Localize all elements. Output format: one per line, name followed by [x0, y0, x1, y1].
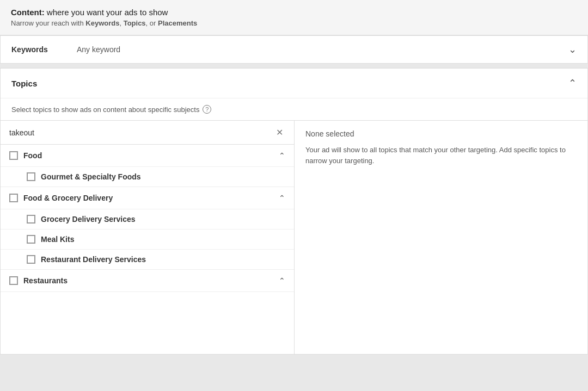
topics-header[interactable]: Topics ⌃	[1, 69, 587, 98]
clear-search-icon[interactable]: ✕	[274, 126, 285, 139]
header-title-prefix: Content:	[11, 8, 45, 17]
header-subtitle: Narrow your reach with Keywords, Topics,…	[11, 19, 577, 27]
search-bar: ✕	[1, 121, 294, 145]
page-wrapper: Content: where you want your ads to show…	[0, 0, 588, 391]
topic-parent-restaurants[interactable]: Restaurants ⌃	[1, 270, 294, 291]
subtitle-comma2: , or	[146, 19, 158, 27]
topics-description: Select topics to show ads on content abo…	[1, 98, 587, 120]
checkbox-food-grocery[interactable]	[9, 194, 18, 202]
topic-child-restaurant-delivery[interactable]: Restaurant Delivery Services	[1, 249, 294, 269]
topic-parent-food-grocery[interactable]: Food & Grocery Delivery ⌃	[1, 187, 294, 209]
checkbox-meal-kits[interactable]	[27, 235, 35, 244]
topic-child-gourmet[interactable]: Gourmet & Specialty Foods	[1, 166, 294, 187]
topic-label-grocery-delivery: Grocery Delivery Services	[41, 215, 285, 224]
topics-desc-text: Select topics to show ads on content abo…	[11, 105, 199, 114]
topic-parent-food[interactable]: Food ⌃	[1, 145, 294, 166]
topic-label-restaurants: Restaurants	[23, 276, 273, 285]
checkbox-grocery-delivery[interactable]	[27, 215, 35, 224]
topic-label-meal-kits: Meal Kits	[41, 235, 285, 244]
topic-group-food: Food ⌃ Gourmet & Specialty Foods	[1, 145, 294, 187]
topic-label-gourmet: Gourmet & Specialty Foods	[41, 172, 285, 181]
topic-child-meal-kits[interactable]: Meal Kits	[1, 229, 294, 249]
none-selected-label: None selected	[305, 129, 577, 138]
header-title-suffix: where you want your ads to show	[45, 8, 168, 17]
food-grocery-collapse-icon[interactable]: ⌃	[279, 194, 285, 202]
header-title: Content: where you want your ads to show	[11, 8, 577, 17]
checkbox-restaurant-delivery[interactable]	[27, 255, 35, 264]
topic-label-food: Food	[23, 151, 273, 160]
topic-group-restaurants: Restaurants ⌃	[1, 270, 294, 292]
topics-title: Topics	[11, 79, 37, 88]
topic-list-panel: ✕ Food ⌃ Gourmet & Specialty Foods	[1, 121, 295, 354]
topic-group-food-grocery: Food & Grocery Delivery ⌃ Grocery Delive…	[1, 187, 294, 270]
topics-section: Topics ⌃ Select topics to show ads on co…	[0, 68, 588, 355]
content-header: Content: where you want your ads to show…	[0, 0, 588, 35]
restaurants-collapse-icon[interactable]: ⌃	[279, 276, 285, 285]
subtitle-placements: Placements	[158, 19, 197, 27]
subtitle-keywords: Keywords	[85, 19, 119, 27]
split-panel: ✕ Food ⌃ Gourmet & Specialty Foods	[1, 120, 587, 354]
checkbox-gourmet[interactable]	[27, 172, 35, 181]
keywords-expand-icon[interactable]: ⌄	[568, 44, 577, 55]
topic-label-food-grocery: Food & Grocery Delivery	[23, 194, 273, 202]
checkbox-food[interactable]	[9, 151, 18, 160]
targeting-info: Your ad will show to all topics that mat…	[305, 145, 577, 166]
topic-label-restaurant-delivery: Restaurant Delivery Services	[41, 255, 285, 264]
selected-panel: None selected Your ad will show to all t…	[295, 121, 587, 354]
topics-collapse-icon[interactable]: ⌃	[568, 77, 577, 89]
topic-items: Food ⌃ Gourmet & Specialty Foods Food & …	[1, 145, 294, 354]
search-input[interactable]	[9, 128, 274, 137]
topic-child-grocery-delivery[interactable]: Grocery Delivery Services	[1, 209, 294, 229]
checkbox-restaurants[interactable]	[9, 276, 18, 285]
food-collapse-icon[interactable]: ⌃	[279, 151, 285, 160]
help-icon[interactable]: ?	[203, 105, 211, 114]
subtitle-topics: Topics	[124, 19, 146, 27]
subtitle-prefix: Narrow your reach with	[11, 19, 85, 27]
subtitle-comma1: ,	[119, 19, 123, 27]
keywords-label: Keywords	[11, 45, 77, 54]
keywords-row[interactable]: Keywords Any keyword ⌄	[0, 35, 588, 64]
keywords-value: Any keyword	[77, 45, 568, 54]
